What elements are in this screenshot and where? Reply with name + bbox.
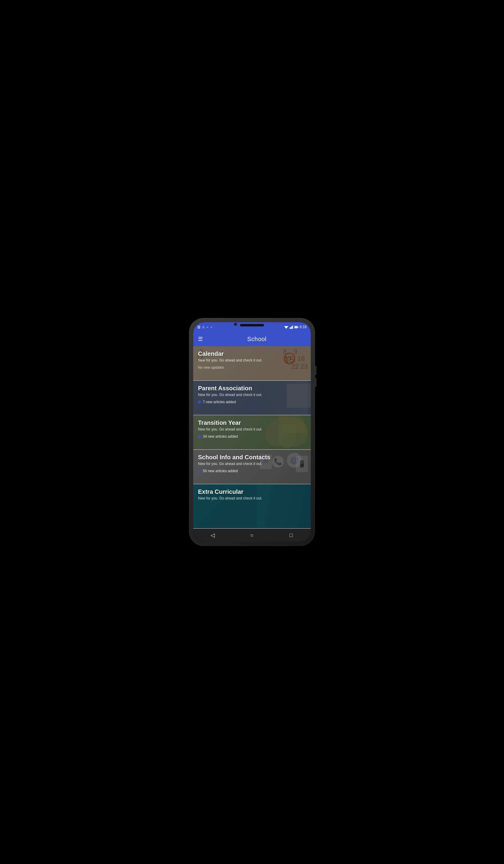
home-button[interactable]: ○	[247, 530, 257, 541]
transition-badge-dot	[198, 435, 201, 438]
calendar-title: Calendar	[198, 350, 306, 357]
svg-rect-2	[290, 327, 291, 329]
calendar-subtitle: New for you. Go ahead and check it out.	[198, 358, 306, 362]
parent-subtitle: New for you. Go ahead and check it out.	[198, 393, 306, 397]
navigation-bar: ◁ ○ □	[193, 529, 311, 542]
extra-content: Extra Curricular New for you. Go ahead a…	[193, 484, 311, 507]
content-area: 8 9 15 16 22 23 15 3 14	[193, 346, 311, 529]
battery-icon: ⚡	[294, 325, 299, 329]
hamburger-menu[interactable]: ☰	[198, 336, 203, 342]
parent-badge-dot	[198, 400, 201, 404]
wifi-icon	[284, 325, 288, 329]
extra-title: Extra Curricular	[198, 488, 306, 495]
check2-status-icon: ✓	[210, 325, 213, 329]
parent-content: Parent Association New for you. Go ahead…	[193, 381, 311, 408]
transition-badge-text: 34 new articles added	[203, 434, 238, 439]
svg-rect-1	[289, 328, 290, 329]
parent-badge-text: 7 new articles added	[203, 400, 236, 404]
status-icons-left: 🖼 ⚠ ✓ ✓	[197, 325, 213, 329]
side-button-2	[315, 378, 316, 387]
back-button[interactable]: ◁	[207, 530, 218, 541]
calendar-card[interactable]: 8 9 15 16 22 23 15 3 14	[193, 346, 311, 381]
image-status-icon: 🖼	[197, 325, 200, 329]
phone-speaker	[240, 324, 264, 326]
phone-camera	[234, 323, 237, 326]
transition-badge: 34 new articles added	[198, 434, 306, 439]
transition-subtitle: New for you. Go ahead and check it out.	[198, 427, 306, 431]
parent-badge: 7 new articles added	[198, 400, 306, 404]
alert-status-icon: ⚠	[202, 325, 205, 329]
extra-curricular-card[interactable]: Extra Curricular New for you. Go ahead a…	[193, 484, 311, 529]
school-info-badge-dot	[198, 469, 201, 472]
side-button-1	[315, 366, 316, 375]
time-display: 6:16	[300, 325, 307, 329]
parent-title: Parent Association	[198, 385, 306, 392]
app-title: School	[208, 336, 306, 343]
status-icons-right: ⚡ 6:16	[284, 325, 307, 329]
phone-screen: 🖼 ⚠ ✓ ✓	[193, 322, 311, 542]
parent-association-card[interactable]: Parent Association New for you. Go ahead…	[193, 381, 311, 415]
phone-device: 🖼 ⚠ ✓ ✓	[189, 318, 315, 546]
school-info-content: School Info and Contacts New for you. Go…	[193, 450, 311, 477]
recent-button[interactable]: □	[286, 530, 297, 541]
extra-subtitle: New for you. Go ahead and check it out.	[198, 496, 306, 501]
calendar-status: No new updates	[198, 365, 306, 371]
svg-rect-6	[298, 327, 298, 328]
school-info-title: School Info and Contacts	[198, 454, 306, 461]
svg-marker-0	[284, 326, 288, 329]
svg-text:⚡: ⚡	[295, 326, 297, 328]
screen-content: 🖼 ⚠ ✓ ✓	[193, 322, 311, 542]
school-info-subtitle: New for you. Go ahead and check it out.	[198, 462, 306, 466]
school-info-badge-text: 56 new articles added	[203, 469, 238, 473]
transition-year-card[interactable]: Transition Year New for you. Go ahead an…	[193, 415, 311, 450]
school-info-badge: 56 new articles added	[198, 469, 306, 473]
app-header: ☰ School	[193, 332, 311, 346]
transition-content: Transition Year New for you. Go ahead an…	[193, 415, 311, 442]
signal-icon	[289, 325, 293, 329]
school-info-card[interactable]: @ 📞 📱 ✉ School Info and Contacts New for…	[193, 450, 311, 484]
calendar-content: Calendar New for you. Go ahead and check…	[193, 346, 311, 374]
svg-rect-3	[291, 326, 292, 329]
transition-title: Transition Year	[198, 419, 306, 426]
svg-rect-4	[292, 325, 293, 329]
status-bar: 🖼 ⚠ ✓ ✓	[193, 322, 311, 332]
check1-status-icon: ✓	[206, 325, 209, 329]
